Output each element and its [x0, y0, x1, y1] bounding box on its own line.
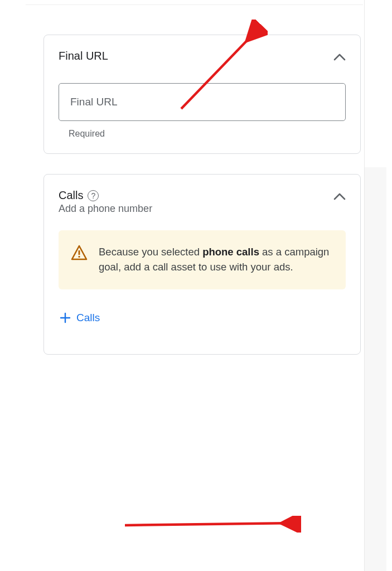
calls-card-header: Calls ? Add a phone number	[59, 189, 346, 215]
svg-rect-0	[79, 250, 80, 255]
add-calls-label: Calls	[76, 312, 100, 324]
help-icon[interactable]: ?	[88, 190, 99, 201]
top-divider	[26, 4, 363, 5]
annotation-arrow-bottom	[117, 516, 301, 533]
calls-title: Calls	[59, 189, 83, 202]
final-url-title: Final URL	[59, 50, 108, 62]
chevron-up-icon[interactable]	[333, 53, 346, 63]
calls-warning-text: Because you selected phone calls as a ca…	[99, 245, 333, 275]
calls-subtitle: Add a phone number	[59, 203, 152, 215]
add-calls-button[interactable]: Calls	[59, 308, 101, 327]
svg-line-3	[125, 523, 296, 525]
warning-triangle-icon	[71, 245, 88, 275]
side-panel-shade	[365, 167, 386, 571]
plus-icon	[60, 312, 71, 323]
alert-prefix: Because you selected	[99, 246, 202, 258]
final-url-card-header: Final URL	[59, 50, 346, 63]
side-panel	[364, 0, 386, 571]
final-url-helper: Required	[69, 129, 346, 139]
final-url-input-wrap: Required	[59, 83, 346, 139]
final-url-card: Final URL Required	[43, 35, 361, 154]
calls-card: Calls ? Add a phone number Because you s…	[43, 174, 361, 355]
alert-bold: phone calls	[202, 246, 259, 258]
chevron-up-icon[interactable]	[333, 192, 346, 202]
final-url-input[interactable]	[59, 83, 346, 121]
svg-rect-1	[79, 256, 80, 258]
calls-warning-box: Because you selected phone calls as a ca…	[59, 230, 346, 289]
calls-title-row: Calls ?	[59, 189, 152, 202]
calls-header-text: Calls ? Add a phone number	[59, 189, 152, 215]
